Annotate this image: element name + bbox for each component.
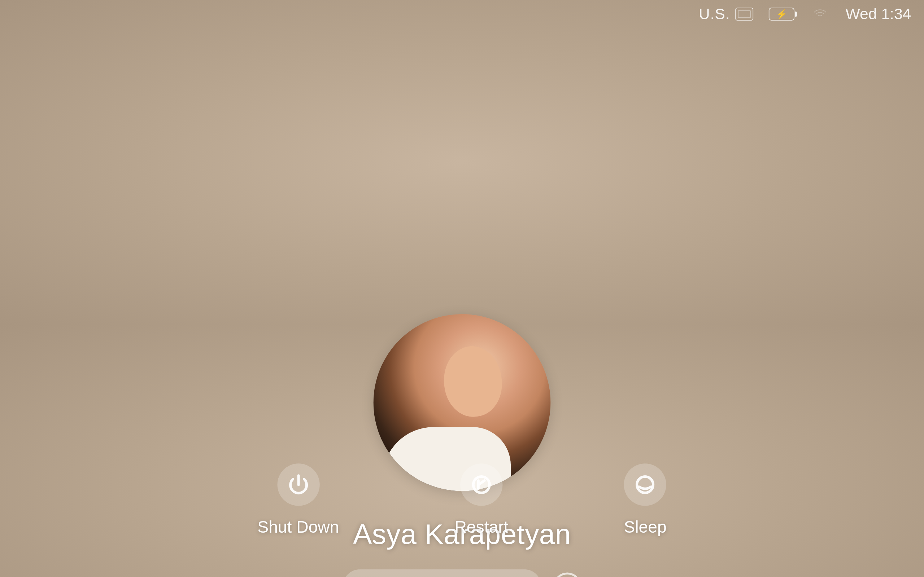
battery-icon: ⚡ [769, 8, 794, 21]
sleep-icon [624, 463, 666, 506]
restart-label: Restart [454, 517, 508, 537]
power-icon [277, 463, 320, 506]
input-source-label: U.S. [699, 5, 730, 23]
restart-icon [460, 463, 502, 506]
shutdown-label: Shut Down [257, 517, 339, 537]
menubar: U.S. ⚡ Wed 1:34 [686, 0, 924, 28]
restart-button[interactable]: Restart [454, 463, 508, 537]
svg-point-0 [473, 476, 489, 493]
sleep-button[interactable]: Sleep [624, 463, 666, 537]
input-source-indicator[interactable]: U.S. [699, 5, 753, 23]
battery-indicator[interactable]: ⚡ [769, 8, 794, 21]
wifi-icon [809, 6, 830, 22]
svg-point-1 [637, 476, 653, 493]
datetime-label: Wed 1:34 [846, 5, 911, 23]
password-hint-button[interactable]: ? [553, 573, 581, 577]
password-input[interactable] [342, 569, 541, 577]
power-buttons-row: Shut Down Restart Sleep [257, 463, 666, 537]
login-area: Asya Karapetyan ? Password Hint happy87 … [342, 314, 581, 577]
shutdown-button[interactable]: Shut Down [257, 463, 339, 537]
wifi-indicator[interactable] [809, 6, 830, 22]
password-row: ? Password Hint happy87 If you forgot yo… [342, 569, 581, 577]
sleep-label: Sleep [624, 517, 666, 537]
keyboard-icon [735, 8, 753, 21]
